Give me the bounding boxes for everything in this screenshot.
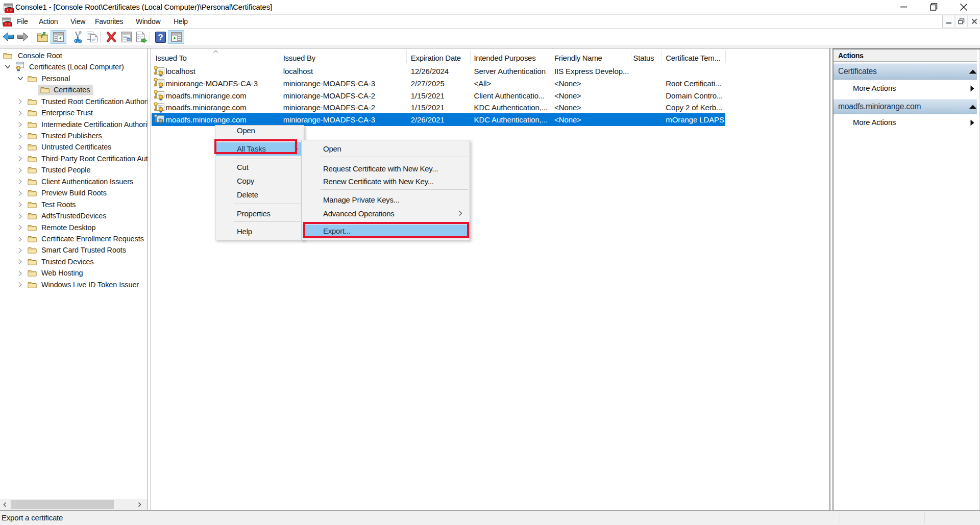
svg-text:?: ? [158,33,163,42]
